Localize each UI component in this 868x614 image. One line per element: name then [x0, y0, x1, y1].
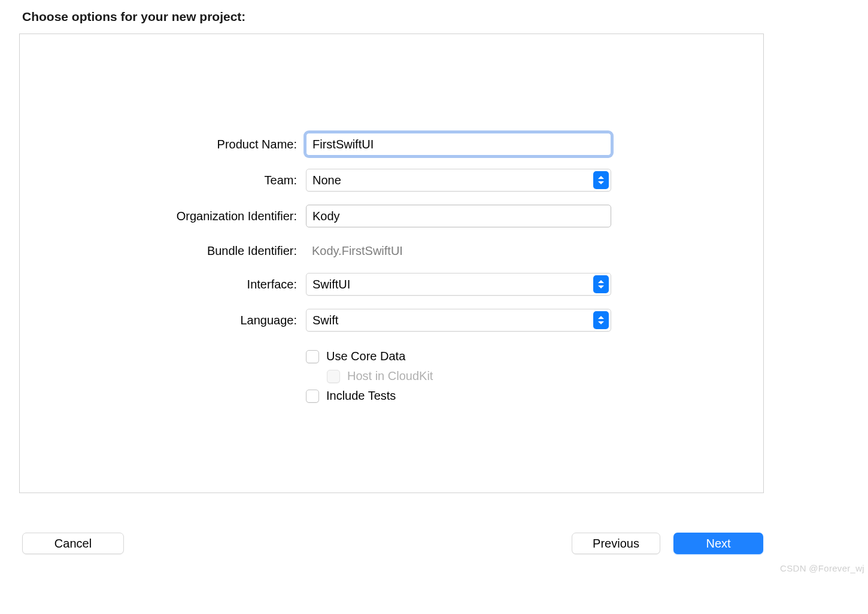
chevron-down-icon [598, 321, 604, 324]
footer: Cancel Previous Next [22, 533, 763, 554]
language-row: Language: Swift [20, 309, 763, 332]
dropdown-button-icon [593, 311, 609, 329]
cancel-button[interactable]: Cancel [22, 533, 124, 554]
options-form: Product Name: Team: None Organization Id… [20, 133, 763, 409]
interface-row: Interface: SwiftUI [20, 273, 763, 296]
team-row: Team: None [20, 169, 763, 192]
language-label: Language: [20, 314, 306, 327]
use-core-data-label: Use Core Data [326, 349, 405, 363]
bundle-identifier-label: Bundle Identifier: [20, 244, 306, 258]
chevron-down-icon [598, 285, 604, 288]
include-tests-checkbox[interactable] [306, 390, 319, 403]
host-in-cloudkit-row: Host in CloudKit [20, 369, 763, 383]
team-dropdown-value: None [312, 174, 605, 187]
watermark: CSDN @Forever_wj [780, 563, 864, 573]
team-dropdown[interactable]: None [306, 169, 611, 192]
product-name-input[interactable] [306, 133, 611, 156]
organization-identifier-input[interactable] [306, 205, 611, 227]
chevron-up-icon [598, 316, 604, 319]
host-in-cloudkit-label: Host in CloudKit [347, 369, 433, 383]
chevron-up-icon [598, 280, 604, 283]
chevron-down-icon [598, 181, 604, 184]
dropdown-button-icon [593, 275, 609, 293]
language-dropdown-value: Swift [312, 314, 605, 327]
use-core-data-row: Use Core Data [20, 349, 763, 363]
team-label: Team: [20, 174, 306, 187]
chevron-up-icon [598, 176, 604, 179]
include-tests-label: Include Tests [326, 389, 396, 403]
page-title: Choose options for your new project: [22, 10, 245, 24]
interface-dropdown-value: SwiftUI [312, 278, 605, 291]
organization-identifier-row: Organization Identifier: [20, 205, 763, 227]
product-name-label: Product Name: [20, 138, 306, 151]
product-name-row: Product Name: [20, 133, 763, 156]
include-tests-row: Include Tests [20, 389, 763, 403]
bundle-identifier-value: Kody.FirstSwiftUI [306, 239, 623, 262]
dropdown-button-icon [593, 171, 609, 189]
language-dropdown[interactable]: Swift [306, 309, 611, 332]
host-in-cloudkit-checkbox [327, 370, 340, 383]
interface-label: Interface: [20, 278, 306, 291]
next-button[interactable]: Next [673, 533, 763, 554]
footer-right: Previous Next [572, 533, 763, 554]
options-panel: Product Name: Team: None Organization Id… [19, 34, 764, 493]
use-core-data-checkbox[interactable] [306, 350, 319, 363]
previous-button[interactable]: Previous [572, 533, 660, 554]
organization-identifier-label: Organization Identifier: [20, 209, 306, 223]
interface-dropdown[interactable]: SwiftUI [306, 273, 611, 296]
bundle-identifier-row: Bundle Identifier: Kody.FirstSwiftUI [20, 239, 763, 262]
